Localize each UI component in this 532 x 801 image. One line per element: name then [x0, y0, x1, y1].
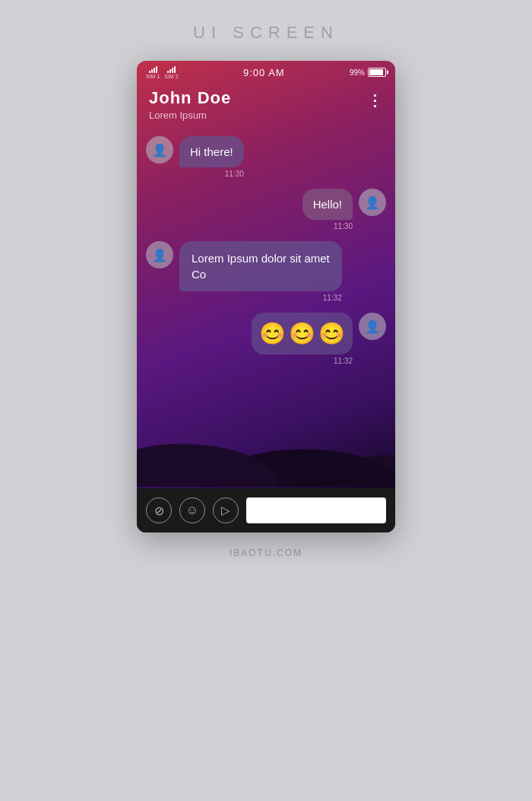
message-content: Hello! 11:30 [302, 189, 353, 230]
send-icon: ▷ [221, 504, 230, 517]
phone-frame: SIM 1 SIM 2 9:00 AM 99% John Doe [137, 61, 395, 532]
message-bubble-incoming: Hi there! [179, 136, 244, 167]
sim2-label: SIM 2 [164, 74, 178, 79]
message-row: 👤 😊 😊 😊 11:32 [146, 313, 386, 365]
chat-header: John Doe Lorem Ipsum ⋮ [137, 82, 395, 129]
footer-credit: IBAOTU.COM [230, 548, 302, 558]
message-input[interactable] [246, 497, 386, 523]
sim1-group: SIM 1 [146, 65, 160, 79]
message-row: 👤 Hello! 11:30 [146, 189, 386, 230]
smiley-icon: ☺ [186, 504, 198, 517]
avatar-icon: 👤 [365, 319, 380, 334]
attach-icon: ⊘ [154, 504, 164, 518]
message-timestamp: 11:30 [302, 222, 353, 230]
sim1-bars [149, 65, 157, 73]
attach-button[interactable]: ⊘ [146, 497, 172, 523]
message-row: 👤 Hi there! 11:30 [146, 136, 386, 178]
status-time: 9:00 AM [243, 67, 285, 78]
message-content: Lorem Ipsum dolor sit ametCo 11:32 [179, 241, 342, 302]
avatar-icon: 👤 [365, 195, 380, 210]
more-options-icon[interactable]: ⋮ [367, 91, 383, 110]
status-right: 99% [350, 68, 386, 77]
battery-fill [369, 69, 383, 75]
message-content: Hi there! 11:30 [179, 136, 244, 178]
message-timestamp: 11:30 [179, 170, 244, 178]
message-bubble-outgoing: Hello! [302, 189, 353, 220]
avatar: 👤 [146, 241, 173, 269]
sim1-label: SIM 1 [146, 74, 160, 79]
contact-subtitle: Lorem Ipsum [149, 110, 383, 121]
message-bubble-incoming: Lorem Ipsum dolor sit ametCo [179, 241, 342, 291]
message-bubble-emoji: 😊 😊 😊 [252, 313, 353, 354]
page-title: UI SCREEN [193, 23, 339, 43]
sim2-group: SIM 2 [164, 65, 178, 79]
avatar: 👤 [146, 136, 173, 164]
avatar-icon: 👤 [152, 143, 167, 157]
messages-area: 👤 Hi there! 11:30 👤 Hello! 11:30 👤 Lore [137, 129, 395, 488]
emoji-3: 😊 [318, 319, 345, 348]
sim2-bars [167, 65, 176, 73]
battery-icon [368, 68, 386, 77]
avatar: 👤 [359, 189, 386, 216]
avatar: 👤 [359, 313, 386, 340]
message-timestamp: 11:32 [252, 357, 353, 365]
status-bar: SIM 1 SIM 2 9:00 AM 99% [137, 61, 395, 82]
contact-name: John Doe [149, 88, 383, 108]
message-row: 👤 Lorem Ipsum dolor sit ametCo 11:32 [146, 241, 386, 302]
avatar-icon: 👤 [152, 248, 167, 262]
emoji-2: 😊 [289, 319, 315, 348]
battery-percent: 99% [350, 68, 365, 77]
emoji-1: 😊 [259, 319, 286, 348]
send-button[interactable]: ▷ [213, 497, 239, 523]
message-timestamp: 11:32 [179, 294, 342, 302]
message-content: 😊 😊 😊 11:32 [252, 313, 353, 365]
emoji-button[interactable]: ☺ [179, 497, 205, 523]
status-left: SIM 1 SIM 2 [146, 65, 179, 79]
input-toolbar: ⊘ ☺ ▷ [137, 488, 395, 532]
